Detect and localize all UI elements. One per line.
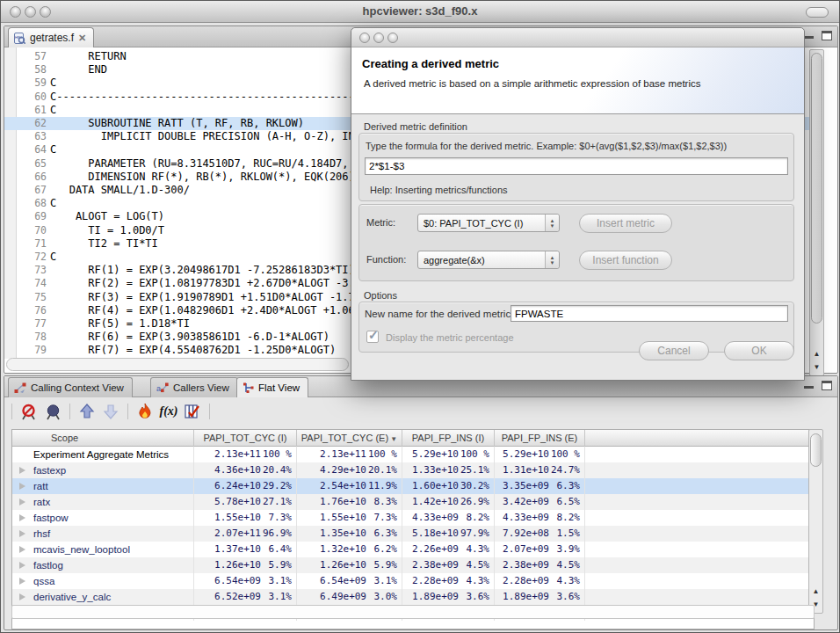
tab-calling-context-view[interactable]: Calling Context View — [8, 377, 133, 397]
tab-flat-view[interactable]: Flat View — [236, 377, 308, 397]
editor-vertical-scrollbar[interactable]: ▲ ▼ — [809, 49, 824, 376]
zoom-in-icon[interactable] — [78, 403, 96, 420]
help-group: Metric: $0: PAPI_TOT_CYC (I) ▲▼ Insert m… — [358, 204, 794, 281]
insert-function-button[interactable]: Insert function — [579, 251, 672, 270]
expand-triangle-icon[interactable] — [19, 593, 25, 600]
expand-triangle-icon[interactable] — [19, 562, 25, 569]
line-number: 76 — [17, 304, 47, 317]
table-row[interactable]: fastpow1.55e+107.3%1.55e+107.3%4.33e+098… — [12, 510, 814, 526]
table-row[interactable]: qssa6.54e+093.1%6.54e+093.1%2.28e+094.3%… — [12, 573, 814, 589]
expand-triangle-icon[interactable] — [19, 530, 25, 537]
code-text: RF(3) = EXP(1.9190789D1 +1.51D0*ALOGT -1… — [50, 291, 361, 304]
scope-name: rhsf — [33, 526, 50, 542]
column-header[interactable]: PAPI_TOT_CYC (E) ▼ — [297, 430, 402, 447]
column-header[interactable]: Scope — [12, 430, 194, 447]
dialog-minimize-icon[interactable] — [373, 33, 384, 43]
insert-metric-button[interactable]: Insert metric — [579, 214, 672, 233]
dialog-heading: Creating a derived metric — [362, 57, 499, 70]
line-number: 74 — [17, 277, 47, 290]
hot-path-icon[interactable] — [136, 403, 154, 420]
scroll-up-icon[interactable]: ▲ — [810, 347, 823, 360]
function-label: Function: — [366, 254, 406, 265]
title-bar: hpcviewer: s3d_f90.x — [1, 1, 839, 23]
metric-columns-icon[interactable] — [184, 403, 201, 420]
table-row[interactable]: Experiment Aggregate Metrics2.13e+11100 … — [12, 447, 814, 462]
code-text: RF(5) = 1.D18*TI — [50, 317, 190, 331]
table-row[interactable]: ratt6.24e+1029.2%2.54e+1011.9%1.60e+1030… — [12, 478, 814, 494]
metric-value-cell: 1.60e+1030.2% — [402, 478, 495, 494]
options-group-label: Options — [364, 290, 397, 301]
definition-group: Type the formula for the derived metric.… — [358, 133, 794, 201]
formula-input[interactable] — [365, 157, 788, 175]
function-dropdown[interactable]: aggregate(&x) ▲▼ — [417, 251, 560, 269]
ok-button[interactable]: OK — [724, 341, 794, 360]
column-header[interactable]: PAPI_FP_INS (I) — [402, 430, 495, 447]
line-number: 69 — [17, 210, 47, 223]
expand-triangle-icon[interactable] — [19, 546, 25, 553]
metric-dropdown[interactable]: $0: PAPI_TOT_CYC (I) ▲▼ — [417, 214, 560, 232]
expand-triangle-icon[interactable] — [19, 498, 25, 506]
close-tab-icon[interactable]: ✕ — [78, 33, 86, 44]
view-toolbar: f(x) — [10, 399, 212, 424]
code-text: DATA SMALL/1.D-300/ — [50, 184, 190, 197]
column-header[interactable]: PAPI_TOT_CYC (I) — [194, 430, 297, 447]
column-header[interactable]: PAPI_FP_INS (E) — [495, 430, 585, 447]
code-text: TI = 1.0D0/T — [50, 224, 164, 237]
expand-triangle-icon[interactable] — [19, 483, 25, 490]
metric-value-cell: 2.07e+1196.9% — [194, 526, 297, 542]
editor-scroll-thumb[interactable] — [811, 53, 822, 324]
line-number: 78 — [17, 331, 47, 344]
maximize-view-icon[interactable] — [822, 31, 832, 40]
table-row[interactable]: mcavis_new_looptool1.37e+106.4%1.32e+106… — [12, 542, 814, 557]
metric-value-cell: 1.89e+093.6% — [495, 589, 585, 605]
hpc-file-icon: HPC — [14, 33, 25, 44]
tab-callers-view[interactable]: a Callers View — [150, 377, 238, 397]
minimize-view-icon[interactable] — [804, 36, 814, 40]
formula-hint: Type the formula for the derived metric.… — [366, 141, 727, 151]
table-row[interactable]: fastlog1.26e+105.9%1.26e+105.9%2.38e+094… — [12, 557, 814, 573]
line-number: 79 — [17, 344, 47, 357]
derived-metric-name-input[interactable] — [511, 305, 788, 322]
editor-horizontal-scrollbar[interactable] — [6, 358, 349, 371]
table-row[interactable]: fastexp4.36e+1020.4%4.29e+1020.1%1.33e+1… — [12, 462, 814, 478]
code-text: C — [50, 104, 56, 117]
table-vertical-scrollbar[interactable]: ▲ ▼ — [808, 429, 823, 614]
scope-name: fastpow — [33, 510, 69, 526]
flatten-icon[interactable] — [20, 403, 38, 420]
expand-triangle-icon[interactable] — [19, 578, 25, 585]
metric-value-cell: 1.33e+1025.1% — [402, 462, 495, 478]
metric-dropdown-value: $0: PAPI_TOT_CYC (I) — [418, 218, 545, 229]
percentage-checkbox[interactable]: ✓ — [366, 331, 379, 343]
table-row[interactable]: ratx5.78e+1027.1%1.76e+108.3%1.42e+1026.… — [12, 494, 814, 510]
checkmark-icon: ✓ — [368, 328, 379, 342]
tab-getrates[interactable]: HPC getrates.f ✕ — [8, 27, 94, 47]
cancel-button[interactable]: Cancel — [639, 341, 709, 360]
dialog-close-icon[interactable] — [359, 33, 370, 43]
unflatten-icon[interactable] — [44, 403, 62, 420]
toolbar-toggle-button[interactable] — [806, 7, 829, 18]
minimize-view-icon[interactable] — [804, 386, 814, 389]
metric-value-cell: 2.26e+094.3% — [402, 542, 495, 557]
metric-value-cell: 6.24e+1029.2% — [194, 478, 297, 494]
table-row[interactable]: derivative_y_calc6.52e+093.1%6.49e+093.0… — [12, 589, 814, 605]
derived-metric-icon[interactable]: f(x) — [160, 403, 177, 420]
calling-context-view-icon — [14, 382, 26, 393]
metric-value-cell: 2.54e+1011.9% — [297, 478, 402, 494]
metric-value-cell: 1.32e+106.2% — [297, 542, 402, 557]
code-text: RF(6) = EXP(3.90385861D1 -6.D-1*ALOGT) — [50, 331, 329, 344]
scroll-up-icon[interactable]: ▲ — [809, 585, 822, 598]
table-row[interactable]: rhsf2.07e+1196.9%1.35e+106.3%5.18e+1097.… — [12, 526, 814, 542]
metric-value-cell: 2.28e+094.3% — [402, 573, 495, 589]
table-scroll-thumb[interactable] — [810, 433, 822, 467]
expand-triangle-icon[interactable] — [19, 467, 25, 474]
metric-value-cell: 5.78e+1027.1% — [194, 494, 297, 510]
line-number: 63 — [17, 130, 47, 143]
scroll-down-icon[interactable]: ▼ — [810, 360, 823, 374]
maximize-view-icon[interactable] — [822, 381, 832, 390]
hpcviewer-window: hpcviewer: s3d_f90.x HPC getrates.f ✕ — [0, 0, 840, 633]
expand-triangle-icon[interactable] — [19, 514, 25, 521]
table-horizontal-scrollbar[interactable] — [11, 605, 815, 619]
metric-value-cell: 2.13e+11100 % — [194, 447, 297, 462]
dialog-zoom-icon[interactable] — [387, 33, 398, 43]
zoom-out-icon[interactable] — [102, 403, 119, 420]
